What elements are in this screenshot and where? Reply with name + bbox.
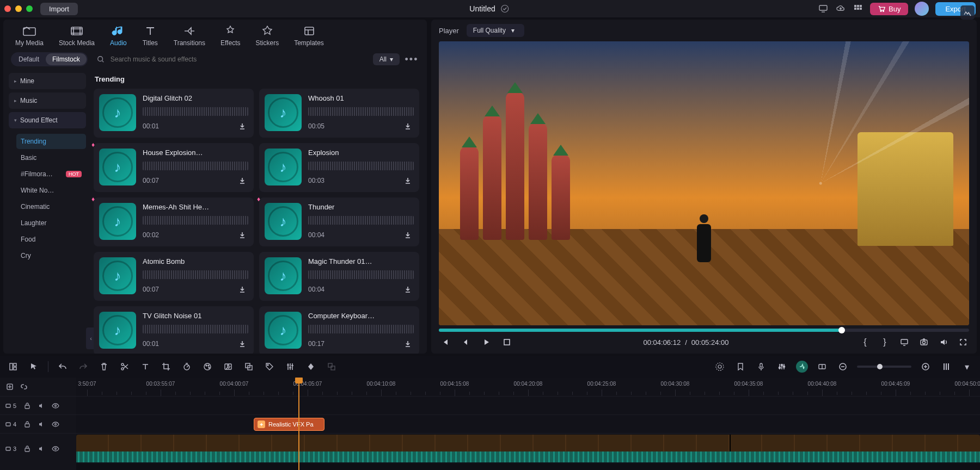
zoom-slider[interactable] — [857, 366, 911, 368]
audio-card[interactable]: ♪Magic Thunder 01…00:04 — [259, 252, 419, 301]
select-tool-icon[interactable] — [27, 360, 40, 373]
hide-track-icon[interactable] — [51, 401, 60, 410]
zoom-in-button[interactable] — [919, 360, 932, 373]
download-button[interactable] — [236, 229, 248, 241]
monitor-icon[interactable] — [818, 3, 829, 14]
subcat-trending[interactable]: Trending — [16, 134, 86, 149]
tab-stock-media[interactable]: Stock Media — [57, 24, 97, 48]
snapshot-button[interactable] — [918, 336, 930, 348]
tab-transitions[interactable]: Transitions — [171, 24, 207, 48]
import-button[interactable]: Import — [40, 3, 78, 15]
lock-track-icon[interactable] — [23, 444, 32, 453]
subcat-laughter[interactable]: Laughter — [16, 215, 86, 231]
play-button[interactable] — [480, 336, 492, 348]
pill-filmstock[interactable]: Filmstock — [46, 53, 87, 65]
cat-sound-effect[interactable]: ▾Sound Effect — [9, 112, 86, 128]
timeline-ruler[interactable]: 3:50:0700:03:55:0700:04:00:0700:04:05:07… — [76, 378, 980, 396]
volume-icon[interactable] — [938, 336, 950, 348]
minimize-window-icon[interactable] — [15, 5, 22, 12]
download-button[interactable] — [402, 175, 414, 187]
playhead[interactable] — [298, 378, 299, 470]
zoom-out-button[interactable] — [836, 360, 849, 373]
stop-button[interactable] — [501, 336, 513, 348]
expand-icon[interactable] — [957, 336, 969, 348]
adjust-icon[interactable] — [284, 360, 297, 373]
timeline-tracks-area[interactable]: 3:50:0700:03:55:0700:04:00:0700:04:05:07… — [76, 378, 980, 470]
mute-track-icon[interactable] — [37, 444, 46, 453]
search-input[interactable] — [111, 55, 365, 63]
greenscreen-icon[interactable] — [222, 360, 235, 373]
download-button[interactable] — [402, 120, 414, 132]
download-button[interactable] — [236, 175, 248, 187]
zoom-fit-icon[interactable] — [940, 360, 953, 373]
tab-stickers[interactable]: Stickers — [253, 24, 281, 48]
color-tool-icon[interactable] — [201, 360, 214, 373]
quality-dropdown[interactable]: Full Quality ▾ — [467, 24, 524, 37]
mask-tool-icon[interactable] — [242, 360, 255, 373]
subcat-cry[interactable]: Cry — [16, 248, 86, 263]
filter-dropdown[interactable]: All ▾ — [373, 53, 400, 65]
download-button[interactable] — [236, 283, 248, 295]
tab-audio[interactable]: Audio — [108, 24, 129, 48]
crop-tool-icon[interactable] — [160, 360, 173, 373]
track-4[interactable]: ✦ Realistic VFX Pa — [76, 415, 980, 433]
close-window-icon[interactable] — [4, 5, 11, 12]
auto-ripple-icon[interactable] — [796, 361, 808, 373]
lock-track-icon[interactable] — [23, 401, 32, 410]
audio-card[interactable]: ♪Atomic Bomb00:07 — [94, 252, 254, 301]
audio-card[interactable]: ♦♪Memes-Ah Shit He…00:02 — [94, 197, 254, 246]
player-progress[interactable] — [439, 329, 969, 332]
add-track-icon[interactable] — [5, 382, 14, 391]
step-back-button[interactable] — [460, 336, 471, 348]
audio-card[interactable]: ♦♪House Explosion…00:07 — [94, 143, 254, 192]
fullscreen-monitor-icon[interactable] — [898, 336, 910, 348]
audio-card[interactable]: ♦♪Thunder00:04 — [259, 197, 419, 246]
delete-button[interactable] — [97, 360, 111, 373]
track-3[interactable] — [76, 433, 980, 463]
cat-music[interactable]: ▸Music — [9, 92, 86, 109]
mark-out-button[interactable]: } — [879, 336, 891, 348]
redo-button[interactable] — [77, 360, 90, 373]
marker-add-icon[interactable] — [734, 360, 747, 373]
subcat-white-no-[interactable]: White No… — [16, 183, 86, 198]
snap-icon[interactable] — [816, 360, 829, 373]
subcat--filmora-[interactable]: #Filmora…HOT — [16, 166, 86, 182]
pill-default[interactable]: Default — [12, 53, 46, 65]
tab-templates[interactable]: Templates — [292, 24, 326, 48]
audio-card[interactable]: ♪TV Glitch Noise 0100:01 — [94, 306, 254, 354]
buy-button[interactable]: Buy — [870, 3, 908, 15]
subcat-cinematic[interactable]: Cinematic — [16, 199, 86, 214]
download-button[interactable] — [236, 338, 248, 350]
apps-grid-icon[interactable] — [853, 3, 863, 14]
audio-card[interactable]: ♪Explosion00:03 — [259, 143, 419, 192]
subcat-basic[interactable]: Basic — [16, 150, 86, 165]
cloud-upload-icon[interactable] — [835, 3, 846, 14]
text-tool-icon[interactable] — [139, 360, 152, 373]
layout-icon[interactable] — [7, 360, 20, 373]
tab-titles[interactable]: Titles — [140, 24, 161, 48]
track-5[interactable] — [76, 396, 980, 415]
split-button[interactable] — [118, 360, 131, 373]
timeline-menu-icon[interactable]: ▾ — [960, 360, 973, 373]
video-preview[interactable] — [439, 41, 969, 325]
undo-button[interactable] — [56, 360, 69, 373]
more-menu-button[interactable]: ••• — [404, 54, 419, 65]
mute-track-icon[interactable] — [37, 420, 46, 429]
audio-card[interactable]: ♪Digital Glitch 0200:01 — [94, 89, 254, 138]
download-button[interactable] — [402, 338, 414, 350]
user-avatar[interactable] — [915, 2, 929, 16]
tab-effects[interactable]: Effects — [218, 24, 242, 48]
group-icon[interactable] — [325, 360, 338, 373]
audio-card[interactable]: ♪Computer Keyboar…00:17 — [259, 306, 419, 354]
download-button[interactable] — [402, 229, 414, 241]
subcat-food[interactable]: Food — [16, 232, 86, 247]
tab-my-media[interactable]: My Media — [13, 24, 46, 48]
render-preview-icon[interactable] — [713, 360, 726, 373]
download-button[interactable] — [402, 283, 414, 295]
audio-mixer-icon[interactable] — [775, 360, 788, 373]
tag-icon[interactable] — [263, 360, 276, 373]
hide-track-icon[interactable] — [51, 444, 60, 453]
effect-clip[interactable]: ✦ Realistic VFX Pa — [254, 418, 324, 431]
hide-track-icon[interactable] — [51, 420, 60, 429]
video-clip[interactable] — [76, 435, 980, 462]
